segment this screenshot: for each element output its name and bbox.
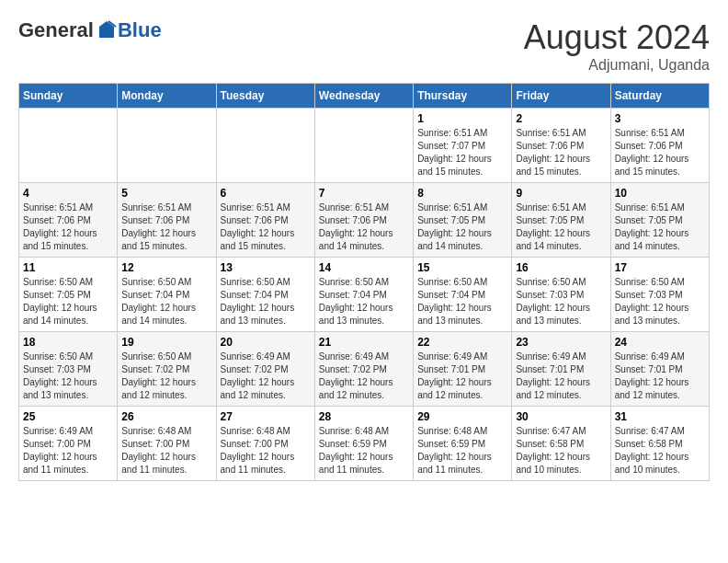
calendar-week-row: 25Sunrise: 6:49 AM Sunset: 7:00 PM Dayli… — [19, 407, 710, 481]
day-info: Sunrise: 6:47 AM Sunset: 6:58 PM Dayligh… — [516, 425, 606, 477]
calendar-cell: 17Sunrise: 6:50 AM Sunset: 7:03 PM Dayli… — [610, 258, 709, 332]
day-number: 18 — [23, 336, 113, 349]
calendar-cell — [19, 109, 118, 183]
day-number: 28 — [319, 410, 409, 423]
calendar-cell: 16Sunrise: 6:50 AM Sunset: 7:03 PM Dayli… — [512, 258, 610, 332]
calendar-cell: 8Sunrise: 6:51 AM Sunset: 7:05 PM Daylig… — [414, 183, 512, 258]
day-info: Sunrise: 6:49 AM Sunset: 7:01 PM Dayligh… — [417, 350, 507, 402]
calendar-cell: 18Sunrise: 6:50 AM Sunset: 7:03 PM Dayli… — [19, 332, 118, 407]
day-info: Sunrise: 6:51 AM Sunset: 7:06 PM Dayligh… — [516, 127, 606, 178]
calendar-cell: 5Sunrise: 6:51 AM Sunset: 7:06 PM Daylig… — [118, 183, 216, 258]
calendar-week-row: 1Sunrise: 6:51 AM Sunset: 7:07 PM Daylig… — [19, 109, 710, 183]
calendar-cell: 29Sunrise: 6:48 AM Sunset: 6:59 PM Dayli… — [414, 407, 512, 481]
calendar-cell: 15Sunrise: 6:50 AM Sunset: 7:04 PM Dayli… — [414, 258, 512, 332]
day-number: 19 — [121, 336, 211, 349]
day-info: Sunrise: 6:50 AM Sunset: 7:04 PM Dayligh… — [417, 276, 507, 327]
day-info: Sunrise: 6:49 AM Sunset: 7:00 PM Dayligh… — [23, 425, 113, 477]
day-info: Sunrise: 6:48 AM Sunset: 7:00 PM Dayligh… — [221, 425, 311, 477]
day-number: 6 — [221, 187, 311, 200]
day-number: 10 — [615, 187, 705, 200]
day-number: 22 — [417, 336, 507, 349]
calendar-cell: 26Sunrise: 6:48 AM Sunset: 7:00 PM Dayli… — [118, 407, 216, 481]
calendar-cell: 12Sunrise: 6:50 AM Sunset: 7:04 PM Dayli… — [118, 258, 216, 332]
day-info: Sunrise: 6:51 AM Sunset: 7:06 PM Dayligh… — [23, 201, 113, 253]
calendar-cell: 28Sunrise: 6:48 AM Sunset: 6:59 PM Dayli… — [314, 407, 413, 481]
day-info: Sunrise: 6:49 AM Sunset: 7:01 PM Dayligh… — [516, 350, 606, 402]
calendar-cell: 24Sunrise: 6:49 AM Sunset: 7:01 PM Dayli… — [610, 332, 709, 407]
weekday-header: Friday — [512, 84, 610, 109]
day-number: 20 — [221, 336, 311, 349]
day-info: Sunrise: 6:49 AM Sunset: 7:02 PM Dayligh… — [319, 350, 409, 402]
calendar-cell: 19Sunrise: 6:50 AM Sunset: 7:02 PM Dayli… — [118, 332, 216, 407]
day-number: 17 — [615, 261, 705, 274]
logo: General Blue — [18, 18, 162, 42]
day-info: Sunrise: 6:51 AM Sunset: 7:06 PM Dayligh… — [615, 127, 705, 178]
calendar-cell: 7Sunrise: 6:51 AM Sunset: 7:06 PM Daylig… — [314, 183, 413, 258]
day-info: Sunrise: 6:50 AM Sunset: 7:04 PM Dayligh… — [221, 276, 311, 327]
calendar-cell: 23Sunrise: 6:49 AM Sunset: 7:01 PM Dayli… — [512, 332, 610, 407]
day-number: 15 — [417, 261, 507, 274]
day-info: Sunrise: 6:51 AM Sunset: 7:06 PM Dayligh… — [319, 201, 409, 253]
day-info: Sunrise: 6:49 AM Sunset: 7:02 PM Dayligh… — [221, 350, 311, 402]
calendar-cell: 14Sunrise: 6:50 AM Sunset: 7:04 PM Dayli… — [314, 258, 413, 332]
calendar-cell: 4Sunrise: 6:51 AM Sunset: 7:06 PM Daylig… — [19, 183, 118, 258]
calendar-week-row: 4Sunrise: 6:51 AM Sunset: 7:06 PM Daylig… — [19, 183, 710, 258]
calendar-cell: 2Sunrise: 6:51 AM Sunset: 7:06 PM Daylig… — [512, 109, 610, 183]
calendar-cell: 25Sunrise: 6:49 AM Sunset: 7:00 PM Dayli… — [19, 407, 118, 481]
day-info: Sunrise: 6:51 AM Sunset: 7:05 PM Dayligh… — [516, 201, 606, 253]
day-info: Sunrise: 6:47 AM Sunset: 6:58 PM Dayligh… — [615, 425, 705, 477]
month-year: August 2024 — [524, 18, 710, 57]
page-header: General Blue August 2024 Adjumani, Ugand… — [18, 18, 710, 74]
day-info: Sunrise: 6:51 AM Sunset: 7:05 PM Dayligh… — [615, 201, 705, 253]
day-number: 30 — [516, 410, 606, 423]
calendar-cell: 3Sunrise: 6:51 AM Sunset: 7:06 PM Daylig… — [610, 109, 709, 183]
logo-blue: Blue — [118, 18, 162, 42]
day-number: 21 — [319, 336, 409, 349]
day-info: Sunrise: 6:48 AM Sunset: 6:59 PM Dayligh… — [319, 425, 409, 477]
day-number: 13 — [221, 261, 311, 274]
calendar-cell: 30Sunrise: 6:47 AM Sunset: 6:58 PM Dayli… — [512, 407, 610, 481]
day-info: Sunrise: 6:51 AM Sunset: 7:06 PM Dayligh… — [221, 201, 311, 253]
calendar-table: SundayMondayTuesdayWednesdayThursdayFrid… — [18, 83, 710, 481]
day-info: Sunrise: 6:48 AM Sunset: 7:00 PM Dayligh… — [121, 425, 211, 477]
calendar-week-row: 18Sunrise: 6:50 AM Sunset: 7:03 PM Dayli… — [19, 332, 710, 407]
day-number: 2 — [516, 112, 606, 125]
weekday-header-row: SundayMondayTuesdayWednesdayThursdayFrid… — [19, 84, 710, 109]
day-info: Sunrise: 6:50 AM Sunset: 7:05 PM Dayligh… — [23, 276, 113, 327]
logo-icon — [96, 19, 118, 41]
day-info: Sunrise: 6:50 AM Sunset: 7:03 PM Dayligh… — [516, 276, 606, 327]
calendar-cell: 1Sunrise: 6:51 AM Sunset: 7:07 PM Daylig… — [414, 109, 512, 183]
day-info: Sunrise: 6:49 AM Sunset: 7:01 PM Dayligh… — [615, 350, 705, 402]
day-number: 12 — [121, 261, 211, 274]
day-info: Sunrise: 6:48 AM Sunset: 6:59 PM Dayligh… — [417, 425, 507, 477]
day-number: 26 — [121, 410, 211, 423]
weekday-header: Wednesday — [314, 84, 413, 109]
weekday-header: Tuesday — [216, 84, 314, 109]
location: Adjumani, Uganda — [524, 57, 710, 74]
day-info: Sunrise: 6:50 AM Sunset: 7:04 PM Dayligh… — [319, 276, 409, 327]
weekday-header: Saturday — [610, 84, 709, 109]
calendar-cell: 10Sunrise: 6:51 AM Sunset: 7:05 PM Dayli… — [610, 183, 709, 258]
calendar-cell: 6Sunrise: 6:51 AM Sunset: 7:06 PM Daylig… — [216, 183, 314, 258]
logo-general: General — [18, 18, 94, 42]
day-number: 5 — [121, 187, 211, 200]
calendar-cell: 31Sunrise: 6:47 AM Sunset: 6:58 PM Dayli… — [610, 407, 709, 481]
calendar-cell — [118, 109, 216, 183]
day-number: 16 — [516, 261, 606, 274]
day-number: 3 — [615, 112, 705, 125]
day-number: 24 — [615, 336, 705, 349]
calendar-cell — [314, 109, 413, 183]
day-number: 7 — [319, 187, 409, 200]
day-number: 25 — [23, 410, 113, 423]
calendar-cell: 20Sunrise: 6:49 AM Sunset: 7:02 PM Dayli… — [216, 332, 314, 407]
weekday-header: Thursday — [414, 84, 512, 109]
calendar-cell: 11Sunrise: 6:50 AM Sunset: 7:05 PM Dayli… — [19, 258, 118, 332]
day-number: 4 — [23, 187, 113, 200]
day-number: 14 — [319, 261, 409, 274]
day-number: 11 — [23, 261, 113, 274]
day-number: 31 — [615, 410, 705, 423]
day-info: Sunrise: 6:50 AM Sunset: 7:02 PM Dayligh… — [121, 350, 211, 402]
day-info: Sunrise: 6:50 AM Sunset: 7:03 PM Dayligh… — [615, 276, 705, 327]
calendar-cell — [216, 109, 314, 183]
day-number: 9 — [516, 187, 606, 200]
